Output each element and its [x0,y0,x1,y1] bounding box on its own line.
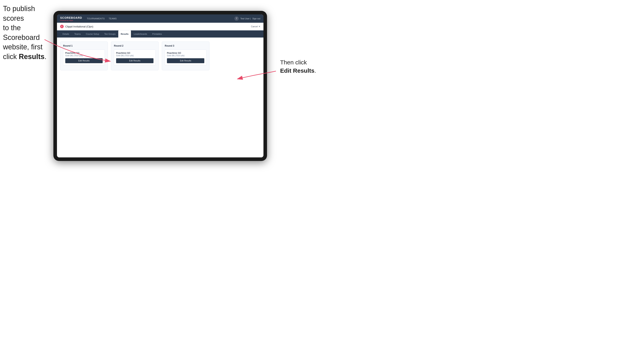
round-2-course-card: Peachtree GC Gold (M) (7010 yds) Edit Re… [114,50,156,65]
round-2-edit-results-button[interactable]: Edit Results [116,58,154,63]
nav-teams[interactable]: TEAMS [108,16,116,20]
round-2-course-name: Peachtree GC [116,52,154,54]
top-navigation: SCOREBOARD Powered by clippd TOURNAMENTS… [57,14,264,23]
round-2-course-details: Gold (M) (7010 yds) [116,54,154,57]
instruction-left: To publish scores to the Scoreboard webs… [3,4,48,62]
tournament-header: C Clippd Invitational (Clpn) Cancel ✕ [57,23,264,30]
round-2-section: Round 2 Peachtree GC Gold (M) (7010 yds)… [111,41,159,70]
round-3-title: Round 3 [165,44,206,47]
sign-out-link[interactable]: Sign out [252,17,260,20]
tab-teams[interactable]: Teams [72,30,83,37]
instruction-line4: click [3,52,19,61]
tablet-device: SCOREBOARD Powered by clippd TOURNAMENTS… [54,11,267,161]
tablet-screen: SCOREBOARD Powered by clippd TOURNAMENTS… [57,14,264,158]
instruction-right: Then click Edit Results. [280,58,316,75]
round-3-section: Round 3 Peachtree GC Gold (M) (7010 yds)… [162,41,210,70]
tournament-name: Clippd Invitational (Clpn) [65,25,93,28]
tab-course-setup[interactable]: Course Setup [84,30,102,37]
tab-tee-groups[interactable]: Tee Groups [102,30,118,37]
round-1-title: Round 1 [63,44,105,47]
round-1-section: Round 1 Peachtree GC Gold (M) (7010 yds)… [60,41,108,70]
round-3-course-details: Gold (M) (7010 yds) [167,54,204,57]
round-2-title: Round 2 [114,44,156,47]
round-1-course-card: Peachtree GC Gold (M) (7010 yds) Edit Re… [63,50,105,65]
instruction-right-punctuation: . [314,67,316,74]
round-1-edit-results-button[interactable]: Edit Results [65,58,103,63]
tab-details[interactable]: Details [60,30,72,37]
round-3-course-card: Peachtree GC Gold (M) (7010 yds) Edit Re… [165,50,206,65]
logo-sub: Powered by clippd [60,19,82,21]
logo-area: SCOREBOARD Powered by clippd [60,16,82,21]
round-1-course-name: Peachtree GC [65,52,103,54]
nav-items: TOURNAMENTS TEAMS [87,16,234,20]
user-name: Test User | [240,17,250,20]
logo-text: SCOREBOARD [60,16,82,19]
cancel-button[interactable]: Cancel ✕ [251,25,260,28]
main-content: Round 1 Peachtree GC Gold (M) (7010 yds)… [57,37,264,158]
tournament-title: C Clippd Invitational (Clpn) [60,25,93,28]
nav-tournaments[interactable]: TOURNAMENTS [87,16,105,20]
tab-bar: Details Teams Course Setup Tee Groups Re… [57,30,264,37]
round-1-course-details: Gold (M) (7010 yds) [65,54,103,57]
tab-results[interactable]: Results [118,30,131,37]
nav-user-area: T Test User | Sign out [234,16,260,21]
instruction-line2: to the Scoreboard [3,24,40,41]
instruction-punctuation: . [44,52,46,61]
instruction-highlight-results: Results [19,52,44,61]
user-avatar: T [234,16,239,21]
empty-column-4 [212,41,260,70]
instruction-highlight-edit-results: Edit Results [280,67,314,74]
instruction-right-line1: Then click [280,59,307,66]
tournament-icon: C [60,25,64,28]
instruction-line3: website, first [3,43,42,51]
instruction-line1: To publish scores [3,4,35,22]
round-3-course-name: Peachtree GC [167,52,204,54]
tab-leaderboards[interactable]: Leaderboards [131,30,150,37]
round-3-edit-results-button[interactable]: Edit Results [167,58,204,63]
rounds-grid: Round 1 Peachtree GC Gold (M) (7010 yds)… [60,41,260,70]
tab-printables[interactable]: Printables [150,30,164,37]
